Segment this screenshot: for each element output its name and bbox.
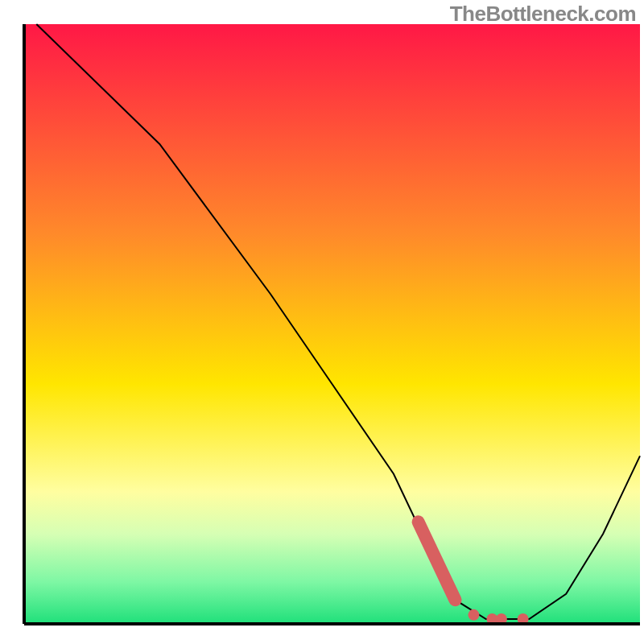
- highlight-dot: [468, 609, 479, 621]
- plot-background: [24, 24, 640, 624]
- bottleneck-chart: [0, 0, 644, 644]
- watermark-text: TheBottleneck.com: [450, 2, 636, 27]
- chart-container: TheBottleneck.com: [0, 0, 644, 644]
